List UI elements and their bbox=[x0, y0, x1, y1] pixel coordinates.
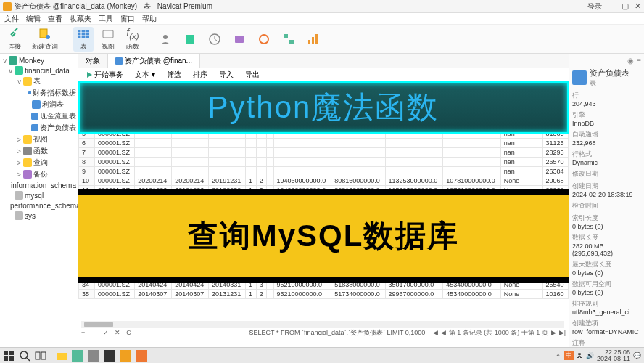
toolbar-other[interactable] bbox=[180, 32, 200, 46]
menu-edit[interactable]: 编辑 bbox=[26, 14, 41, 24]
clock[interactable]: 22:25:08 2024-08-11 bbox=[597, 349, 630, 362]
btn-text[interactable]: 文本 ▾ bbox=[131, 70, 160, 80]
toolbar-function[interactable]: f(x) 函数 bbox=[123, 27, 143, 52]
page-first-icon[interactable]: |◀ bbox=[431, 329, 437, 336]
table-row[interactable]: 8000001.SZnan26570 bbox=[79, 158, 569, 167]
table-row[interactable]: 35000001.SZ20140307201403072013123112952… bbox=[79, 290, 569, 299]
menu-view[interactable]: 查看 bbox=[48, 14, 62, 24]
nav-cancel-icon[interactable]: ✕ bbox=[115, 329, 120, 336]
info-item: 数据长度282.00 MB (295,698,432) bbox=[572, 233, 641, 257]
tray-up-icon[interactable]: ㅅ bbox=[555, 351, 561, 360]
expand-icon[interactable]: ∨ bbox=[16, 78, 22, 86]
tree-node[interactable]: >查询 bbox=[1, 157, 76, 168]
tree-node[interactable]: information_schema bbox=[1, 180, 76, 190]
scrollbar-thumb[interactable] bbox=[84, 322, 113, 327]
btn-sort[interactable]: 排序 bbox=[189, 70, 212, 80]
data-grid[interactable]: ts_codemoney_captrad_1000001.SZnan389712… bbox=[78, 81, 569, 347]
toolbar-backup[interactable] bbox=[229, 32, 249, 46]
toolbar-view[interactable]: 视图 bbox=[98, 27, 118, 52]
page-prev-icon[interactable]: ◀ bbox=[441, 329, 446, 336]
notification-icon[interactable]: 💬 bbox=[633, 352, 641, 359]
toolbar-chart[interactable] bbox=[303, 32, 323, 46]
info-list-icon[interactable]: ≡ bbox=[637, 57, 641, 65]
app-icon[interactable] bbox=[72, 350, 83, 362]
menu-tools[interactable]: 工具 bbox=[99, 14, 113, 24]
tray-network-icon[interactable]: 🖧 bbox=[577, 352, 583, 359]
taskview-icon[interactable] bbox=[35, 350, 46, 362]
svg-point-2 bbox=[46, 35, 50, 39]
expand-icon[interactable]: > bbox=[16, 136, 22, 144]
tree-node[interactable]: sys bbox=[1, 211, 76, 221]
expand-icon[interactable]: > bbox=[16, 159, 22, 167]
table-row[interactable]: 7000001.SZnan28295 bbox=[79, 148, 569, 158]
tree-node[interactable]: 利润表 bbox=[1, 99, 76, 110]
table-row[interactable]: 10000001.SZ20200214202002142019123112194… bbox=[79, 176, 569, 186]
tree-node[interactable]: ∨financial_data bbox=[1, 65, 76, 76]
tray-ime-icon[interactable]: 中 bbox=[564, 351, 574, 360]
btn-filter[interactable]: 筛选 bbox=[162, 70, 186, 80]
cell bbox=[443, 167, 501, 176]
page-next-icon[interactable]: ▶ bbox=[551, 329, 556, 336]
tree-node[interactable]: 财务指标数据 bbox=[1, 87, 76, 99]
close-button[interactable]: ✕ bbox=[635, 1, 641, 11]
tree-node[interactable]: ∨Monkey bbox=[1, 55, 76, 65]
nav-first-icon[interactable]: + bbox=[81, 329, 85, 336]
tray-volume-icon[interactable]: 🔊 bbox=[586, 352, 594, 359]
tree-label: mysql bbox=[25, 192, 44, 200]
cell: 35 bbox=[79, 290, 95, 299]
tree-node[interactable]: >视图 bbox=[1, 134, 76, 145]
tab-objects[interactable]: 对象 bbox=[78, 54, 108, 68]
tree-node[interactable]: performance_schema bbox=[1, 200, 76, 211]
cell bbox=[273, 139, 331, 148]
login-link[interactable]: 登录 bbox=[587, 1, 602, 12]
expand-icon[interactable]: ∨ bbox=[7, 67, 13, 75]
expand-icon[interactable]: > bbox=[16, 147, 22, 155]
nav-prev-icon[interactable]: — bbox=[91, 329, 97, 336]
tree-node[interactable]: mysql bbox=[1, 190, 76, 200]
toolbar-automation[interactable] bbox=[254, 32, 274, 46]
menu-help[interactable]: 帮助 bbox=[142, 14, 157, 24]
info-pin-icon[interactable]: ◉ bbox=[627, 57, 634, 65]
tbl-icon bbox=[31, 112, 38, 121]
svg-rect-19 bbox=[9, 56, 17, 65]
nav-check-icon[interactable]: ✓ bbox=[103, 329, 109, 336]
toolbar-table[interactable]: 表 bbox=[73, 27, 94, 52]
toolbar-user[interactable] bbox=[155, 32, 176, 46]
expand-icon[interactable]: ∨ bbox=[1, 57, 7, 65]
tree-node[interactable]: >函数 bbox=[1, 145, 76, 157]
toolbar-model[interactable] bbox=[278, 32, 299, 46]
minimize-button[interactable]: — bbox=[608, 1, 616, 11]
btn-import[interactable]: 导入 bbox=[215, 70, 238, 80]
tree-node[interactable]: 资产负债表 bbox=[1, 122, 76, 134]
page-last-icon[interactable]: ▶| bbox=[559, 329, 566, 336]
maximize-button[interactable]: ▢ bbox=[622, 1, 629, 11]
backup-icon bbox=[23, 170, 32, 179]
app-icon[interactable] bbox=[136, 350, 147, 362]
app-icon[interactable] bbox=[88, 350, 99, 362]
toolbar-new-query[interactable]: 新建查询 bbox=[29, 27, 61, 52]
expand-icon[interactable]: > bbox=[16, 171, 22, 179]
tree-node[interactable]: 现金流量表 bbox=[1, 110, 76, 122]
toolbar-schedule[interactable] bbox=[205, 32, 225, 46]
tab-balance-sheet[interactable]: 资产负债表 @finan... bbox=[108, 54, 200, 68]
cell bbox=[246, 139, 257, 148]
table-row[interactable]: 6000001.SZnan31125 bbox=[79, 139, 569, 148]
btn-export[interactable]: 导出 bbox=[241, 70, 264, 80]
explorer-icon[interactable] bbox=[56, 350, 67, 362]
menu-favorites[interactable]: 收藏夹 bbox=[70, 14, 91, 24]
tree-node[interactable]: >备份 bbox=[1, 168, 76, 180]
tree-node[interactable]: ∨表 bbox=[1, 76, 76, 87]
btn-begin-transaction[interactable]: 开始事务 bbox=[81, 70, 128, 80]
start-icon[interactable] bbox=[3, 350, 15, 362]
tree-label: sys bbox=[25, 212, 36, 220]
menu-window[interactable]: 窗口 bbox=[120, 14, 135, 24]
table-row[interactable]: 9000001.SZnan26304 bbox=[79, 167, 569, 176]
svg-rect-49 bbox=[136, 350, 147, 362]
app-icon[interactable] bbox=[104, 350, 115, 362]
search-icon[interactable] bbox=[19, 350, 30, 362]
navicat-icon[interactable] bbox=[120, 350, 131, 362]
toolbar-connect[interactable]: 连接 bbox=[4, 27, 25, 52]
horizontal-scrollbar[interactable] bbox=[81, 321, 564, 328]
menu-file[interactable]: 文件 bbox=[4, 14, 19, 24]
nav-refresh-icon[interactable]: C bbox=[126, 329, 131, 336]
